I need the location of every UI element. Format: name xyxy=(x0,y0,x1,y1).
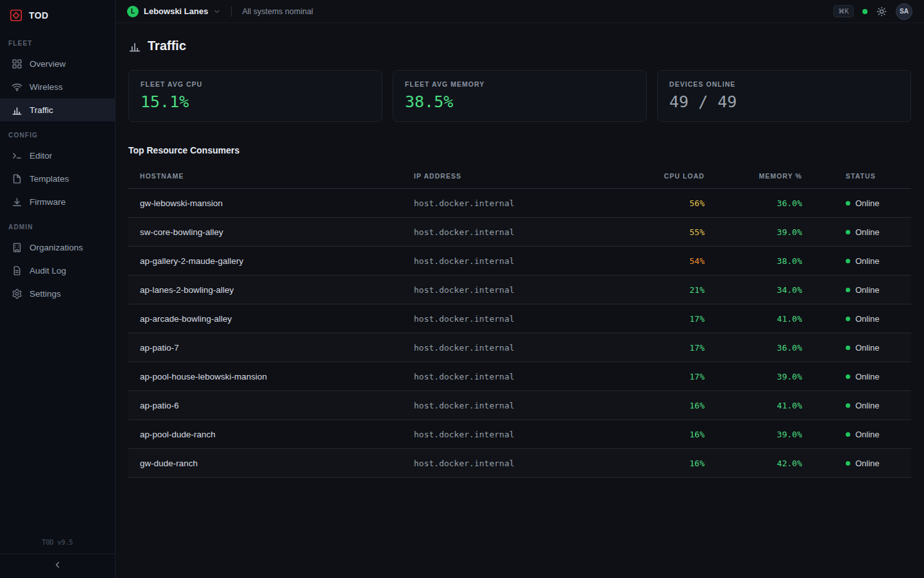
status-label: Online xyxy=(855,401,880,410)
sidebar-item-label: Organizations xyxy=(30,243,83,252)
stat-card-devices-online: DEVICES ONLINE 49 / 49 xyxy=(657,70,911,122)
stat-value: 38.5% xyxy=(405,92,635,111)
table-row[interactable]: ap-gallery-2-maude-gallery host.docker.i… xyxy=(128,247,911,276)
ip-cell: host.docker.internal xyxy=(414,256,622,266)
cpu-cell: 16% xyxy=(622,459,705,468)
hostname-cell: ap-gallery-2-maude-gallery xyxy=(140,256,414,266)
org-badge: L xyxy=(127,6,139,17)
ip-cell: host.docker.internal xyxy=(414,314,622,324)
page-title: Traffic xyxy=(148,39,186,53)
memory-cell: 41.0% xyxy=(705,401,802,410)
cpu-cell: 17% xyxy=(622,314,705,324)
table-row[interactable]: gw-lebowski-mansion host.docker.internal… xyxy=(128,189,911,218)
status-cell: Online xyxy=(802,343,900,353)
hostname-cell: ap-lanes-2-bowling-alley xyxy=(140,285,414,295)
ip-cell: host.docker.internal xyxy=(414,227,622,237)
live-status-dot-icon xyxy=(862,9,868,14)
table-row[interactable]: ap-arcade-bowling-alley host.docker.inte… xyxy=(128,304,911,333)
app-name: TOD xyxy=(29,10,49,21)
sidebar-item-editor[interactable]: Editor xyxy=(0,144,115,167)
status-label: Online xyxy=(855,227,880,237)
status-label: Online xyxy=(855,430,880,439)
main-area: L Lebowski Lanes All systems nominal ⌘K … xyxy=(116,0,924,578)
org-selector[interactable]: L Lebowski Lanes xyxy=(127,6,221,17)
memory-cell: 38.0% xyxy=(705,256,802,266)
online-status-dot-icon xyxy=(846,201,850,206)
sidebar-item-traffic[interactable]: Traffic xyxy=(0,98,115,121)
status-label: Online xyxy=(855,343,880,353)
online-status-dot-icon xyxy=(846,403,850,408)
cpu-cell: 55% xyxy=(622,227,705,237)
sidebar-item-templates[interactable]: Templates xyxy=(0,167,115,190)
memory-cell: 39.0% xyxy=(705,227,802,237)
online-status-dot-icon xyxy=(846,230,850,234)
sidebar-item-label: Wireless xyxy=(30,82,63,92)
terminal-icon xyxy=(12,150,22,161)
sidebar-item-overview[interactable]: Overview xyxy=(0,52,115,75)
ip-cell: host.docker.internal xyxy=(414,285,622,295)
stat-label: FLEET AVG MEMORY xyxy=(405,80,635,88)
ip-cell: host.docker.internal xyxy=(414,198,622,208)
table-row[interactable]: gw-dude-ranch host.docker.internal 16% 4… xyxy=(128,449,911,478)
memory-cell: 42.0% xyxy=(705,459,802,468)
table-row[interactable]: sw-core-bowling-alley host.docker.intern… xyxy=(128,218,911,247)
stat-card-fleet-avg-memory: FLEET AVG MEMORY 38.5% xyxy=(393,70,647,122)
sidebar-item-audit-log[interactable]: Audit Log xyxy=(0,259,115,282)
status-label: Online xyxy=(855,459,880,468)
app-version: TOD v9.5 xyxy=(0,539,115,554)
table-row[interactable]: ap-pool-house-lebowski-mansion host.dock… xyxy=(128,362,911,391)
stat-label: FLEET AVG CPU xyxy=(141,80,370,88)
status-label: Online xyxy=(855,256,880,266)
sidebar-item-label: Firmware xyxy=(30,197,65,207)
memory-cell: 39.0% xyxy=(705,430,802,439)
app-logo-row: TOD xyxy=(0,0,115,31)
sidebar-item-wireless[interactable]: Wireless xyxy=(0,75,115,98)
content: Traffic FLEET AVG CPU 15.1% FLEET AVG ME… xyxy=(116,23,924,478)
ip-cell: host.docker.internal xyxy=(414,430,622,439)
stat-label: DEVICES ONLINE xyxy=(669,80,899,88)
cpu-cell: 21% xyxy=(622,285,705,295)
online-status-dot-icon xyxy=(846,259,850,263)
memory-cell: 36.0% xyxy=(705,343,802,353)
hostname-cell: gw-dude-ranch xyxy=(140,459,414,468)
nav-section-admin: ADMIN xyxy=(0,223,115,236)
nav-section-fleet: FLEET xyxy=(0,40,115,52)
table-row[interactable]: ap-patio-6 host.docker.internal 16% 41.0… xyxy=(128,391,911,420)
command-palette-shortcut[interactable]: ⌘K xyxy=(834,5,853,17)
cpu-cell: 56% xyxy=(622,198,705,208)
topbar: L Lebowski Lanes All systems nominal ⌘K … xyxy=(116,0,924,23)
sidebar-item-settings[interactable]: Settings xyxy=(0,282,115,305)
hostname-cell: ap-arcade-bowling-alley xyxy=(140,314,414,324)
nav-section-config: CONFIG xyxy=(0,132,115,144)
status-label: Online xyxy=(855,285,880,295)
status-cell: Online xyxy=(802,430,900,439)
table-row[interactable]: ap-lanes-2-bowling-alley host.docker.int… xyxy=(128,276,911,304)
section-title: Top Resource Consumers xyxy=(128,145,911,155)
sidebar-item-label: Traffic xyxy=(30,105,53,115)
sidebar-collapse-button[interactable] xyxy=(0,554,115,578)
top-resource-consumers-table: HOSTNAME IP ADDRESS CPU LOAD MEMORY % ST… xyxy=(128,163,911,478)
system-status-text: All systems nominal xyxy=(242,7,312,16)
sidebar-item-firmware[interactable]: Firmware xyxy=(0,190,115,213)
status-label: Online xyxy=(855,372,880,381)
bar-chart-icon xyxy=(12,105,22,116)
table-row[interactable]: ap-pool-dude-ranch host.docker.internal … xyxy=(128,420,911,449)
memory-cell: 34.0% xyxy=(705,285,802,295)
column-header-cpu: CPU LOAD xyxy=(622,172,705,180)
status-cell: Online xyxy=(802,401,900,410)
table-row[interactable]: ap-patio-7 host.docker.internal 17% 36.0… xyxy=(128,333,911,362)
user-avatar[interactable]: SA xyxy=(896,3,912,20)
column-header-memory: MEMORY % xyxy=(705,172,802,180)
document-icon xyxy=(12,265,22,276)
theme-toggle-sun-icon[interactable] xyxy=(877,6,887,17)
hostname-cell: ap-pool-house-lebowski-mansion xyxy=(140,372,414,381)
cpu-cell: 54% xyxy=(622,256,705,266)
topbar-right: ⌘K SA xyxy=(834,3,912,20)
cpu-cell: 17% xyxy=(622,372,705,381)
sidebar: TOD FLEET Overview Wireless Traffic CONF… xyxy=(0,0,116,578)
stat-cards: FLEET AVG CPU 15.1% FLEET AVG MEMORY 38.… xyxy=(128,70,911,122)
online-status-dot-icon xyxy=(846,374,850,379)
sidebar-item-organizations[interactable]: Organizations xyxy=(0,236,115,259)
status-cell: Online xyxy=(802,314,900,324)
status-cell: Online xyxy=(802,372,900,381)
